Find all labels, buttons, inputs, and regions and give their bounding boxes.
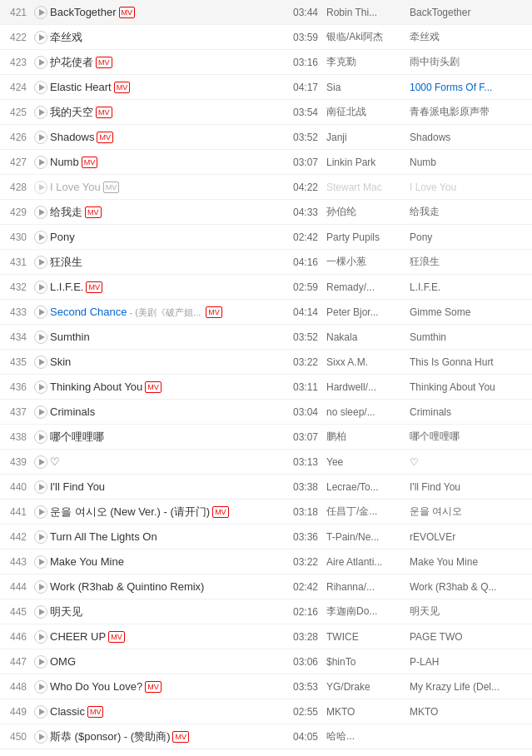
song-album[interactable]: 青春派电影原声带 (410, 105, 530, 119)
play-button[interactable] (32, 730, 50, 744)
mv-badge[interactable]: MV (85, 206, 102, 218)
song-title[interactable]: Second Chance - (美剧《破产姐... MV (50, 306, 285, 319)
song-album[interactable]: I'll Find You (410, 481, 530, 493)
song-artist[interactable]: 李迦南Do... (326, 604, 410, 619)
song-title[interactable]: BackTogetherMV (50, 6, 285, 19)
play-button[interactable] (32, 380, 50, 394)
mv-badge[interactable]: MV (108, 631, 125, 643)
song-title[interactable]: 我的天空MV (50, 105, 285, 120)
song-artist[interactable]: Linkin Park (326, 157, 410, 168)
play-button[interactable] (32, 605, 50, 619)
song-artist[interactable]: 鹏柏 (326, 430, 410, 444)
song-album[interactable]: Pony (410, 231, 530, 243)
song-artist[interactable]: 银临/Aki阿杰 (326, 30, 410, 44)
play-button[interactable] (32, 31, 50, 44)
mv-badge[interactable]: MV (145, 381, 162, 393)
mv-badge[interactable]: MV (86, 281, 102, 293)
song-album[interactable]: PAGE TWO (410, 631, 530, 643)
mv-badge[interactable]: MV (114, 82, 131, 93)
song-title[interactable]: ShadowsMV (50, 131, 285, 144)
play-button[interactable] (32, 181, 50, 194)
song-title[interactable]: ♡ (50, 455, 285, 468)
song-artist[interactable]: $hinTo (326, 656, 410, 668)
mv-badge[interactable]: MV (103, 182, 120, 193)
song-title[interactable]: 斯恭 ($ponsor) - (赞助商)MV (50, 729, 285, 744)
mv-badge[interactable]: MV (97, 132, 113, 143)
play-button[interactable] (32, 256, 50, 269)
song-artist[interactable]: MKTO (326, 706, 410, 718)
song-title[interactable]: Turn All The Lights On (50, 530, 285, 543)
song-title[interactable]: Who Do You Love?MV (50, 680, 285, 694)
song-title[interactable]: 给我走MV (50, 205, 285, 220)
song-title[interactable]: CHEER UPMV (50, 630, 285, 644)
song-album[interactable]: Make You Mine (410, 556, 530, 568)
song-artist[interactable]: Remady/... (326, 281, 410, 293)
song-artist[interactable]: Janji (326, 132, 410, 143)
song-album[interactable]: P-LAH (410, 656, 530, 668)
song-title[interactable]: ClassicMV (50, 705, 285, 719)
song-artist[interactable]: 任昌丁/金... (326, 505, 410, 519)
song-artist[interactable]: Rihanna/... (326, 581, 410, 593)
play-button[interactable] (32, 455, 50, 469)
mv-badge[interactable]: MV (119, 7, 136, 18)
mv-badge[interactable]: MV (212, 506, 229, 518)
song-album[interactable]: rEVOLVEr (410, 531, 530, 543)
song-artist[interactable]: Robin Thi... (326, 7, 410, 18)
song-artist[interactable]: Lecrae/To... (326, 481, 410, 493)
song-artist[interactable]: Stewart Mac (326, 182, 410, 193)
mv-badge[interactable]: MV (82, 157, 98, 168)
song-album[interactable]: Thinking About You (410, 381, 530, 393)
song-album[interactable]: MKTO (410, 706, 530, 718)
song-album[interactable]: L.I.F.E. (410, 281, 530, 293)
song-artist[interactable]: Hardwell/... (326, 381, 410, 393)
song-artist[interactable]: T-Pain/Ne... (326, 531, 410, 543)
song-artist[interactable]: Yee (326, 456, 410, 468)
song-album[interactable]: Gimme Some (410, 306, 530, 318)
song-album[interactable]: Criminals (410, 406, 530, 418)
play-button[interactable] (32, 281, 50, 294)
play-button[interactable] (32, 530, 50, 544)
play-button[interactable] (32, 6, 50, 19)
song-artist[interactable]: TWICE (326, 631, 410, 643)
play-button[interactable] (32, 480, 50, 494)
song-title[interactable]: 狂浪生 (50, 255, 285, 270)
song-artist[interactable]: Aire Atlanti... (326, 556, 410, 568)
play-button[interactable] (32, 555, 50, 569)
play-button[interactable] (32, 655, 50, 669)
song-album[interactable]: This Is Gonna Hurt (410, 356, 530, 368)
song-title[interactable]: 운을 여시오 (New Ver.) - (请开门)MV (50, 505, 285, 520)
song-album[interactable]: 牵丝戏 (410, 30, 530, 44)
song-album[interactable]: BackTogether (410, 7, 530, 18)
song-title[interactable]: Make You Mine (50, 555, 285, 568)
song-title[interactable]: I Love YouMV (50, 181, 285, 194)
play-button[interactable] (32, 580, 50, 594)
song-artist[interactable]: 李克勤 (326, 55, 410, 69)
play-button[interactable] (32, 81, 50, 94)
song-title[interactable]: 明天见 (50, 604, 285, 619)
play-button[interactable] (32, 331, 50, 344)
song-title[interactable]: 牵丝戏 (50, 30, 285, 45)
song-album[interactable]: ♡ (410, 456, 530, 468)
mv-badge[interactable]: MV (96, 107, 112, 118)
song-title[interactable]: Work (R3hab & Quintino Remix) (50, 580, 285, 593)
mv-badge[interactable]: MV (96, 57, 112, 68)
song-artist[interactable]: 南征北战 (326, 105, 410, 119)
play-button[interactable] (32, 505, 50, 519)
song-album[interactable]: 1000 Forms Of F... (410, 82, 530, 93)
song-title[interactable]: Sumthin (50, 331, 285, 343)
play-button[interactable] (32, 705, 50, 719)
mv-badge[interactable]: MV (206, 306, 222, 318)
song-album[interactable]: 狂浪生 (410, 255, 530, 269)
play-button[interactable] (32, 430, 50, 444)
song-title[interactable]: Elastic HeartMV (50, 81, 285, 94)
song-album[interactable]: Sumthin (410, 331, 530, 343)
song-album[interactable]: Work (R3hab & Q... (410, 581, 530, 593)
song-album[interactable]: 雨中街头剧 (410, 55, 530, 69)
song-title[interactable]: Criminals (50, 405, 285, 418)
play-button[interactable] (32, 206, 50, 219)
song-title[interactable]: 护花使者MV (50, 55, 285, 70)
song-artist[interactable]: Nakala (326, 331, 410, 343)
play-button[interactable] (32, 405, 50, 419)
play-button[interactable] (32, 356, 50, 369)
play-button[interactable] (32, 231, 50, 244)
